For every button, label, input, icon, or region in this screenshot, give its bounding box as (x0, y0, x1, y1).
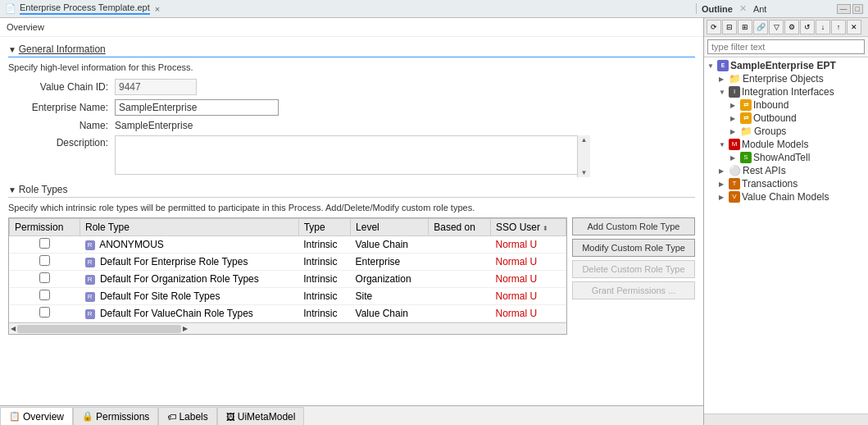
role-types-describe: Specify which intrinsic role types will … (8, 203, 695, 212)
tree-icon-ept: E (717, 60, 729, 71)
enterprise-name-row: Enterprise Name: (8, 99, 695, 116)
cell-based-on (429, 254, 491, 271)
cell-permission[interactable] (10, 254, 80, 271)
outline-tree[interactable]: ▼ESampleEnterprise EPT▶📁Enterprise Objec… (704, 57, 868, 414)
tree-icon-interface: I (729, 86, 740, 98)
tab-overview[interactable]: 📋 Overview (0, 407, 73, 425)
tree-item[interactable]: ▶SShowAndTell (704, 151, 868, 164)
tab-close-btn[interactable]: × (155, 4, 160, 14)
toolbar-btn-7[interactable]: ↺ (800, 20, 815, 34)
table-scroll[interactable]: Permission Role Type Type (9, 218, 566, 322)
tree-arrow: ▶ (719, 194, 729, 201)
col-based-on: Based on (429, 219, 491, 236)
cell-based-on (429, 305, 491, 322)
toolbar-btn-2[interactable]: ⊟ (722, 20, 737, 34)
description-input[interactable] (115, 135, 590, 175)
overview-label: Overview (7, 22, 44, 32)
table-row[interactable]: R Default For ValueChain Role Types Intr… (10, 305, 566, 322)
tree-arrow: ▶ (730, 128, 740, 135)
cell-permission[interactable] (10, 271, 80, 288)
h-scroll-thumb[interactable] (17, 325, 181, 333)
add-custom-role-btn[interactable]: Add Custom Role Type (572, 217, 695, 235)
tab-uimetamodel[interactable]: 🖼 UiMetaModel (217, 407, 305, 425)
toolbar-btn-4[interactable]: 🔗 (753, 20, 768, 34)
scroll-up-icon[interactable]: ▲ (581, 136, 588, 144)
row-checkbox[interactable] (39, 272, 50, 283)
filter-input[interactable] (707, 39, 865, 54)
description-row: Description: ▲ ▼ (8, 135, 695, 177)
tab-labels[interactable]: 🏷 Labels (158, 407, 216, 425)
row-checkbox[interactable] (39, 307, 50, 318)
toolbar-btn-8[interactable]: ↓ (816, 20, 830, 34)
tree-item[interactable]: ▶⚪Rest APIs (704, 164, 868, 177)
tree-item-label: Inbound (753, 99, 788, 111)
minimize-btn[interactable]: — (837, 4, 851, 14)
tree-icon-api: ⚪ (729, 165, 741, 176)
col-role-type: Role Type (80, 219, 299, 236)
toolbar-btn-3[interactable]: ⊞ (738, 20, 752, 34)
tree-arrow: ▶ (719, 167, 729, 175)
cell-permission[interactable] (10, 305, 80, 322)
tree-item[interactable]: ▶📁Enterprise Objects (704, 72, 868, 85)
tree-item-label: Transactions (742, 178, 798, 190)
role-types-table: Permission Role Type Type (9, 218, 566, 322)
tree-item[interactable]: ▶📁Groups (704, 125, 868, 138)
tree-item-label: SampleEnterprise EPT (730, 60, 836, 71)
tree-item[interactable]: ▶⇄Outbound (704, 112, 868, 125)
general-section-title: General Information (19, 43, 106, 55)
role-name-text: Default For Enterprise Role Types (100, 256, 248, 267)
grant-permissions-btn[interactable]: Grant Permissions ... (572, 281, 695, 299)
cell-type: Intrinsic (298, 236, 350, 254)
row-checkbox[interactable] (39, 255, 50, 266)
general-section-header[interactable]: ▼ General Information (8, 43, 695, 57)
tab-permissions-label: Permissions (96, 411, 149, 423)
toolbar-btn-10[interactable]: ✕ (847, 20, 861, 34)
table-row[interactable]: R ANONYMOUS Intrinsic Value Chain Normal… (10, 236, 566, 254)
tree-item[interactable]: ▼MModule Models (704, 138, 868, 151)
outline-title-sep: ✕ (739, 3, 747, 14)
toolbar-btn-6[interactable]: ⚙ (784, 20, 799, 34)
enterprise-name-input[interactable] (115, 99, 279, 116)
toolbar-btn-5[interactable]: ▽ (769, 20, 784, 34)
toolbar-btn-1[interactable]: ⟳ (707, 20, 721, 34)
col-sso-sort[interactable]: ⬍ (543, 225, 548, 232)
tree-item[interactable]: ▶VValue Chain Models (704, 190, 868, 203)
outline-title: Outline (702, 4, 733, 14)
modify-custom-role-btn[interactable]: Modify Custom Role Type (572, 239, 695, 257)
table-row[interactable]: R Default For Organization Role Types In… (10, 271, 566, 288)
role-types-section-header[interactable]: ▼ Role Types (8, 184, 695, 198)
file-icon: 📄 (5, 3, 16, 14)
cell-permission[interactable] (10, 236, 80, 254)
scroll-down-icon[interactable]: ▼ (581, 169, 588, 176)
scroll-right-btn[interactable]: ▶ (183, 325, 188, 332)
table-row[interactable]: R Default For Enterprise Role Types Intr… (10, 254, 566, 271)
tree-item[interactable]: ▶TTransactions (704, 177, 868, 190)
tree-icon-folder: 📁 (740, 126, 752, 137)
table-h-scrollbar[interactable]: ◀ ▶ (9, 322, 566, 334)
toolbar-btn-9[interactable]: ↑ (831, 20, 846, 34)
tab-title[interactable]: Enterprise Process Template.ept (20, 2, 150, 15)
tree-item[interactable]: ▼IIntegration Interfaces (704, 85, 868, 98)
row-checkbox[interactable] (39, 290, 50, 300)
role-action-buttons: Add Custom Role Type Modify Custom Role … (572, 217, 695, 335)
cell-level: Enterprise (351, 254, 429, 271)
cell-based-on (429, 288, 491, 305)
tree-item[interactable]: ▶⇄Inbound (704, 98, 868, 112)
editor-content[interactable]: ▼ General Information Specify high-level… (0, 37, 703, 405)
table-row[interactable]: R Default For Site Role Types Intrinsic … (10, 288, 566, 305)
tab-labels-label: Labels (179, 411, 207, 423)
outline-bottom-scrollbar[interactable] (704, 414, 868, 425)
value-chain-input[interactable] (115, 79, 197, 95)
cell-role-name: R Default For ValueChain Role Types (80, 305, 299, 322)
filter-row (704, 37, 868, 57)
tree-arrow: ▼ (707, 62, 717, 70)
tab-permissions[interactable]: 🔒 Permissions (73, 407, 158, 425)
tree-item[interactable]: ▼ESampleEnterprise EPT (704, 59, 868, 72)
name-label: Name: (8, 120, 115, 131)
delete-custom-role-btn[interactable]: Delete Custom Role Type (572, 260, 695, 278)
maximize-btn[interactable]: □ (852, 4, 863, 14)
scroll-left-btn[interactable]: ◀ (11, 325, 16, 332)
cell-permission[interactable] (10, 288, 80, 305)
row-checkbox[interactable] (39, 238, 50, 249)
cell-level: Value Chain (351, 236, 429, 254)
